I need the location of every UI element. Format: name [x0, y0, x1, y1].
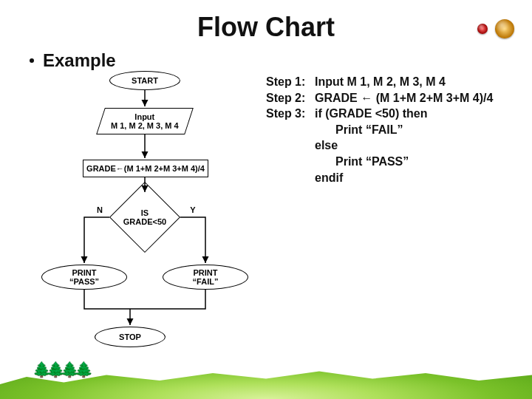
yes-label: Y: [186, 204, 200, 216]
start-label: START: [132, 76, 158, 85]
stop-label: STOP: [119, 332, 141, 341]
fail-line1: PRINT: [194, 268, 218, 277]
steps-list: Step 1: Input M 1, M 2, M 3, M 4 Step 2:…: [266, 74, 517, 185]
step3-label: Step 3:: [266, 106, 315, 122]
step1-value: Input M 1, M 2, M 3, M 4: [315, 74, 517, 90]
step3-value: if (GRADE <50) then: [315, 106, 517, 122]
input-parallelogram: Input M 1, M 2, M 3, M 4: [96, 108, 194, 134]
pass-line1: PRINT: [72, 268, 96, 277]
step3-else-then: Print “PASS”: [315, 154, 517, 170]
input-line2: M 1, M 2, M 3, M 4: [111, 121, 179, 130]
decision-line1: IS: [141, 208, 149, 217]
fail-line2: “FAIL”: [193, 277, 219, 286]
step3-else: else: [315, 137, 517, 154]
step3-then: Print “FAIL”: [315, 122, 517, 138]
page-title: Flow Chart: [0, 12, 532, 43]
step3-endif: endif: [315, 170, 517, 186]
decision-diamond: IS GRADE<50: [109, 194, 180, 241]
trees-icon: 🌲🌲🌲🌲: [33, 361, 89, 378]
pass-line2: “PASS”: [69, 277, 99, 286]
step1-label: Step 1:: [266, 74, 315, 90]
bullet-icon: [30, 58, 34, 63]
start-terminal: START: [109, 71, 180, 90]
print-fail: PRINT “FAIL”: [163, 265, 248, 290]
no-label: N: [93, 204, 106, 216]
sphere-red-icon: [477, 24, 488, 34]
sphere-gold-icon: [495, 19, 514, 38]
grade-process: GRADE←(M 1+M 2+M 3+M 4)/4: [83, 160, 208, 177]
step2-label: Step 2:: [266, 90, 315, 106]
example-label: Example: [43, 50, 116, 70]
grade-label: GRADE←(M 1+M 2+M 3+M 4)/4: [86, 164, 205, 173]
decision-line2: GRADE<50: [123, 217, 166, 226]
print-pass: PRINT “PASS”: [41, 265, 127, 290]
input-line1: Input: [135, 112, 155, 121]
stop-terminal: STOP: [95, 327, 166, 347]
step2-value: GRADE ← (M 1+M 2+M 3+M 4)/4: [315, 90, 517, 106]
flowchart: START Input M 1, M 2, M 3, M 4 GRADE←(M …: [15, 71, 259, 366]
example-heading: Example: [30, 50, 116, 71]
decoration-spheres: [477, 19, 514, 38]
